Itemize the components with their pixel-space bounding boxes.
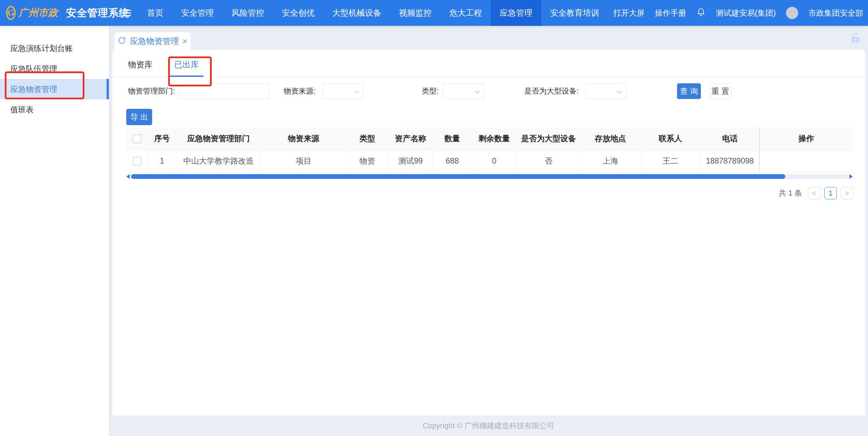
tab-outbound[interactable]: 已出库 (174, 59, 199, 70)
nav-item-risk-control[interactable]: 风险管控 (223, 0, 273, 26)
workspace-tabstrip: 应急物资管理 × (109, 26, 868, 50)
cell-dept: 中山大学教学路改造 (176, 150, 261, 172)
dept-filter-label: 物资管理部门: (128, 83, 175, 99)
logo-org-text: 广州市政 (18, 6, 58, 20)
scroll-left-arrow-icon[interactable] (126, 174, 130, 179)
type-filter-select[interactable] (443, 83, 484, 99)
horizontal-scrollbar (126, 173, 853, 180)
source-filter-select[interactable] (322, 83, 364, 99)
col-header-asset-name: 资产名称 (388, 128, 433, 150)
type-filter-label: 类型: (422, 83, 439, 99)
filter-bar: 物资管理部门: 物资来源: 类型: 是否为大型设备: 查 询 重 置 (112, 83, 865, 99)
top-header: G 广州市政 安全管理系统 首页 安全管理 风险管控 安全创优 大型机械设备 视… (0, 0, 868, 26)
col-header-quantity: 数量 (433, 128, 472, 150)
workspace-tab-label: 应急物资管理 (130, 36, 179, 47)
col-header-dept: 应急物资管理部门 (176, 128, 261, 150)
scrollbar-thumb[interactable] (131, 174, 785, 179)
col-header-type: 类型 (346, 128, 388, 150)
cell-phone: 18878789098 (701, 150, 759, 172)
tab-warehouse[interactable]: 物资库 (128, 59, 152, 70)
pagination: 共 1 条 < 1 > (779, 187, 853, 199)
cell-source: 项目 (261, 150, 346, 172)
app-window: G 广州市政 安全管理系统 首页 安全管理 风险管控 安全创优 大型机械设备 视… (0, 0, 868, 436)
logo-monogram: G (7, 8, 14, 18)
header-actions: 打开大屏 操作手册 测试建安易(集团) 市政集团安全部 (613, 0, 868, 26)
close-icon[interactable]: × (182, 37, 187, 46)
cell-index: 1 (148, 150, 176, 172)
select-all-checkbox[interactable] (133, 134, 142, 143)
cell-type: 物资 (346, 150, 388, 172)
select-all-cell (126, 128, 148, 150)
col-header-phone: 电话 (701, 128, 759, 150)
avatar[interactable] (786, 7, 798, 19)
open-big-screen-link[interactable]: 打开大屏 (613, 8, 645, 18)
large-equipment-filter-select[interactable] (585, 83, 626, 99)
copyright-text: Copyright © 广州穗建建造科技有限公司 (423, 421, 554, 431)
footer: Copyright © 广州穗建建造科技有限公司 (109, 416, 868, 436)
department-name: 市政集团安全部 (808, 8, 863, 18)
col-header-large-equipment: 是否为大型设备 (517, 128, 580, 150)
prev-page-button[interactable]: < (808, 187, 820, 199)
pagination-total: 共 1 条 (779, 188, 802, 198)
nav-item-video-monitor[interactable]: 视频监控 (390, 0, 440, 26)
search-button[interactable]: 查 询 (677, 83, 701, 99)
cell-location: 上海 (580, 150, 640, 172)
cell-contact: 王二 (640, 150, 701, 172)
col-header-remaining: 剩余数量 (472, 128, 517, 150)
sidebar: 应急演练计划台账 应急队伍管理 应急物资管理 值班表 (0, 26, 109, 436)
sidebar-item-emergency-team[interactable]: 应急队伍管理 (0, 58, 109, 79)
main-nav: 首页 安全管理 风险管控 安全创优 大型机械设备 视频监控 危大工程 应急管理 … (122, 0, 613, 26)
col-header-contact: 联系人 (640, 128, 701, 150)
data-table: 序号 应急物资管理部门 物资来源 类型 资产名称 数量 剩余数量 是否为大型设备… (126, 128, 853, 172)
app-title: 安全管理系统 (66, 6, 129, 20)
row-select-cell (126, 150, 148, 172)
nav-item-safety-mgmt[interactable]: 安全管理 (172, 0, 223, 26)
scroll-right-arrow-icon[interactable] (849, 174, 853, 179)
chevron-down-icon (354, 87, 359, 96)
page-number-button[interactable]: 1 (824, 187, 837, 199)
col-header-index: 序号 (148, 128, 176, 150)
cell-remaining: 0 (472, 150, 517, 172)
workspace-tab[interactable]: 应急物资管理 × (114, 32, 191, 50)
unlock-icon[interactable] (849, 31, 862, 46)
dept-filter-input[interactable] (179, 83, 269, 99)
export-button[interactable]: 导 出 (126, 109, 152, 125)
bell-icon[interactable] (696, 7, 706, 19)
sidebar-item-drill-plan-ledger[interactable]: 应急演练计划台账 (0, 38, 109, 58)
row-checkbox[interactable] (133, 157, 142, 166)
cell-asset-name: 测试99 (388, 150, 433, 172)
col-header-actions: 操作 (759, 128, 853, 150)
manual-link[interactable]: 操作手册 (655, 8, 686, 18)
refresh-icon[interactable] (117, 36, 126, 46)
sidebar-item-emergency-supplies[interactable]: 应急物资管理 (0, 79, 109, 99)
logo-icon: G (6, 6, 16, 20)
cell-actions (759, 150, 853, 172)
chevron-down-icon (617, 87, 622, 96)
large-equipment-filter-label: 是否为大型设备: (524, 83, 579, 99)
content-tabs: 物资库 已出库 (112, 50, 865, 77)
nav-item-large-machinery[interactable]: 大型机械设备 (323, 0, 390, 26)
next-page-button[interactable]: > (841, 187, 853, 199)
active-tab-underline (170, 76, 204, 77)
tenant-name[interactable]: 测试建安易(集团) (716, 8, 776, 18)
table-row: 1 中山大学教学路改造 项目 物资 测试99 688 0 否 上海 王二 188… (126, 150, 853, 172)
cell-quantity: 688 (433, 150, 472, 172)
reset-button[interactable]: 重 置 (709, 83, 732, 99)
cell-large-equipment: 否 (517, 150, 580, 172)
col-header-location: 存放地点 (580, 128, 640, 150)
logo: G 广州市政 安全管理系统 (0, 0, 109, 26)
sidebar-item-duty-roster[interactable]: 值班表 (0, 99, 109, 120)
chevron-down-icon (475, 87, 480, 96)
col-header-source: 物资来源 (261, 128, 346, 150)
nav-item-emergency-mgmt[interactable]: 应急管理 (491, 0, 541, 26)
nav-item-dangerous-projects[interactable]: 危大工程 (440, 0, 491, 26)
nav-item-safety-training[interactable]: 安全教育培训 (541, 0, 608, 26)
source-filter-label: 物资来源: (284, 83, 316, 99)
nav-item-safety-excellence[interactable]: 安全创优 (273, 0, 323, 26)
table-header-row: 序号 应急物资管理部门 物资来源 类型 资产名称 数量 剩余数量 是否为大型设备… (126, 128, 853, 150)
menu-fold-icon[interactable] (122, 0, 132, 26)
nav-item-home[interactable]: 首页 (138, 0, 172, 26)
content-card: 物资库 已出库 物资管理部门: 物资来源: 类型: 是否为大型设备: 查 询 重… (112, 50, 865, 416)
